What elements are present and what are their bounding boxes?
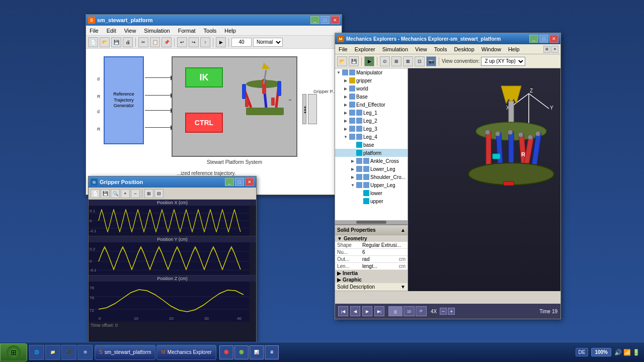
- menu-help[interactable]: Help: [223, 28, 237, 34]
- anim-mode2-btn[interactable]: 10: [404, 306, 415, 316]
- expand-leg3[interactable]: ▶: [342, 125, 349, 132]
- redo-btn[interactable]: ↪: [189, 37, 199, 47]
- mech-menu-desktop[interactable]: Desktop: [452, 46, 475, 52]
- expand-geometry[interactable]: ▼: [337, 236, 342, 241]
- print-btn[interactable]: 🖨: [123, 37, 133, 47]
- open-btn[interactable]: 📂: [100, 37, 110, 47]
- expand-l4base[interactable]: [349, 141, 356, 148]
- speed-plus-btn[interactable]: +: [448, 308, 455, 315]
- props-header[interactable]: Solid Properties ▲: [335, 225, 408, 235]
- up-btn[interactable]: ↑: [200, 37, 210, 47]
- anim-prev-btn[interactable]: ◀: [350, 306, 360, 316]
- expand-ul-upper[interactable]: [356, 198, 363, 205]
- mech-cam-btn[interactable]: 📷: [426, 56, 436, 66]
- menu-view[interactable]: View: [123, 28, 138, 34]
- mech-menu-explorer[interactable]: Explorer: [353, 46, 377, 52]
- mech-close-btn[interactable]: ✕: [549, 35, 558, 43]
- menu-tools[interactable]: Tools: [202, 28, 218, 34]
- speed-minus-btn[interactable]: −: [440, 308, 447, 315]
- taskbar-ie-icon[interactable]: 🌐: [29, 345, 44, 360]
- menu-simulation[interactable]: Simulation: [142, 28, 171, 34]
- gp-btn1[interactable]: 📄: [91, 189, 100, 198]
- dock-btn1[interactable]: ⊞: [543, 46, 550, 53]
- ref-traj-block[interactable]: ReferenceTrajectoryGenerator: [104, 56, 144, 144]
- expand-end-eff[interactable]: ▶: [342, 101, 349, 108]
- tree-base[interactable]: ▶ Base: [335, 93, 408, 101]
- mech-menu-view[interactable]: View: [414, 46, 429, 52]
- maximize-button[interactable]: □: [320, 16, 330, 24]
- menu-format[interactable]: Format: [177, 28, 197, 34]
- gripper-close-btn[interactable]: ✕: [245, 178, 254, 186]
- tree-leg1[interactable]: ▶ Leg_1: [335, 109, 408, 117]
- expand-world[interactable]: ▶: [342, 85, 349, 92]
- taskbar-extra1[interactable]: 🔴: [219, 345, 233, 359]
- minimize-button[interactable]: _: [310, 16, 319, 24]
- gripper-min-btn[interactable]: _: [225, 178, 234, 186]
- tree-leg2[interactable]: ▶ Leg_2: [335, 117, 408, 125]
- expand-l4platform[interactable]: [349, 149, 356, 156]
- taskbar-extra2[interactable]: 🟢: [234, 345, 249, 359]
- volume-icon[interactable]: 🔊: [614, 349, 622, 356]
- stewart-platform-block[interactable]: IK CTRL: [172, 56, 297, 157]
- tree-manipulator[interactable]: ▼ Manipulator: [335, 68, 408, 76]
- anim-skip-start-btn[interactable]: |◀: [338, 306, 348, 316]
- zoom-select[interactable]: Normal: [253, 38, 283, 47]
- tree-leg4-base[interactable]: base: [335, 141, 408, 149]
- expand-leg4[interactable]: ▼: [342, 133, 349, 140]
- start-sim-btn[interactable]: ▶: [216, 37, 226, 47]
- tree-shoulder[interactable]: ▶ Shoulder_Cro...: [335, 173, 408, 181]
- expand-ul-lower[interactable]: [356, 190, 363, 197]
- tree-end-effector[interactable]: ▶ End_Effector: [335, 101, 408, 109]
- taskbar-folder-icon[interactable]: 📁: [45, 345, 60, 360]
- taskbar-settings-icon[interactable]: ⚙: [77, 345, 93, 360]
- menu-file[interactable]: File: [88, 28, 100, 34]
- tree-leg3[interactable]: ▶ Leg_3: [335, 125, 408, 133]
- mech-max-btn[interactable]: □: [539, 35, 548, 43]
- cut-btn[interactable]: ✂: [138, 37, 148, 47]
- tree-lower-leg[interactable]: ▶ Lower_Leg: [335, 165, 408, 173]
- expand-leg1[interactable]: ▶: [342, 109, 349, 116]
- save-btn[interactable]: 💾: [111, 37, 121, 47]
- tree-ankle[interactable]: ▶ Ankle_Cross: [335, 157, 408, 165]
- expand-inertia[interactable]: ▶: [337, 270, 341, 276]
- mech-menu-simulation[interactable]: Simulation: [381, 46, 410, 52]
- view-convention-select[interactable]: Z up (XY Top) Y up (XZ Top): [481, 57, 525, 66]
- mech-min-btn[interactable]: _: [529, 35, 538, 43]
- new-btn[interactable]: 📄: [88, 37, 98, 47]
- ctrl-block[interactable]: CTRL: [185, 113, 223, 133]
- menu-edit[interactable]: Edit: [105, 28, 118, 34]
- mech-menu-file[interactable]: File: [337, 46, 349, 52]
- tree-leg4[interactable]: ▼ Leg_4: [335, 133, 408, 141]
- tree-ul-upper[interactable]: upper: [335, 197, 408, 205]
- mech-menu-tools[interactable]: Tools: [433, 46, 449, 52]
- dock-btn2[interactable]: ✕: [551, 46, 558, 53]
- tree-leg4-platform[interactable]: platform: [335, 149, 408, 157]
- undo-btn[interactable]: ↩: [177, 37, 187, 47]
- props-inertia-section[interactable]: ▶ Inertia: [335, 270, 408, 277]
- start-button[interactable]: ⊞: [0, 343, 27, 361]
- anim-play-btn[interactable]: ▶: [362, 306, 372, 316]
- expand-shoulder[interactable]: ▶: [349, 173, 356, 180]
- tree-gripper[interactable]: ▶ gripper: [335, 76, 408, 84]
- expand-lower-leg[interactable]: ▶: [349, 165, 356, 172]
- mech-tb1[interactable]: 📂: [337, 56, 347, 66]
- props-geometry-section[interactable]: ▼ Geometry: [335, 235, 408, 242]
- expand-upper-leg[interactable]: ▼: [349, 182, 356, 189]
- time-input[interactable]: [231, 38, 252, 47]
- taskbar-simulink-btn[interactable]: S sm_stewart_platform: [95, 345, 155, 360]
- tree-ul-lower[interactable]: lower: [335, 189, 408, 197]
- props-graphic-section[interactable]: ▶ Graphic: [335, 277, 408, 283]
- mech-view3[interactable]: ⊠: [403, 56, 413, 66]
- mech-view2[interactable]: ⊞: [391, 56, 401, 66]
- tree-world[interactable]: ▶ world: [335, 84, 408, 93]
- gp-btn3[interactable]: 🔍: [111, 189, 120, 198]
- taskbar-cmd-icon[interactable]: ⬛: [61, 345, 76, 360]
- mech-menu-help[interactable]: Help: [507, 46, 521, 52]
- expand-leg2[interactable]: ▶: [342, 117, 349, 124]
- anim-mode1-btn[interactable]: |||: [388, 306, 403, 316]
- paste-btn[interactable]: 📌: [162, 37, 172, 47]
- simulink-diagram[interactable]: ReferenceTrajectoryGenerator d R d R IK: [86, 49, 342, 195]
- gp-btn4[interactable]: +: [121, 189, 130, 198]
- ik-block[interactable]: IK: [185, 67, 223, 87]
- taskbar-mech-btn[interactable]: M Mechanics Explorer: [156, 345, 216, 360]
